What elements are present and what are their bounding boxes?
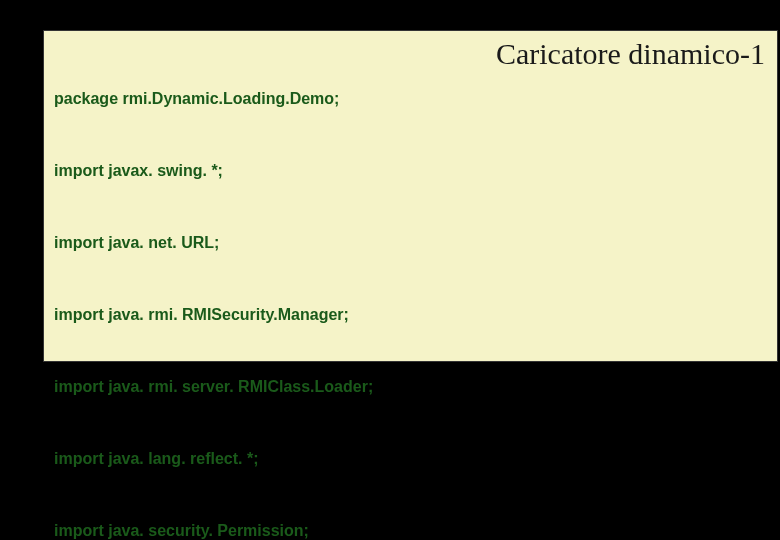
slide-container: Caricatore dinamico-1 package rmi.Dynami… xyxy=(43,30,778,362)
code-line: package rmi.Dynamic.Loading.Demo; xyxy=(54,87,767,111)
slide-title: Caricatore dinamico-1 xyxy=(496,37,765,71)
code-line: import java. net. URL; xyxy=(54,231,767,255)
code-block: package rmi.Dynamic.Loading.Demo; import… xyxy=(54,39,767,540)
code-line: import java. lang. reflect. *; xyxy=(54,447,767,471)
code-line: import java. rmi. server. RMIClass.Loade… xyxy=(54,375,767,399)
code-line: import java. security. Permission; xyxy=(54,519,767,540)
code-line: import javax. swing. *; xyxy=(54,159,767,183)
code-line: import java. rmi. RMISecurity.Manager; xyxy=(54,303,767,327)
